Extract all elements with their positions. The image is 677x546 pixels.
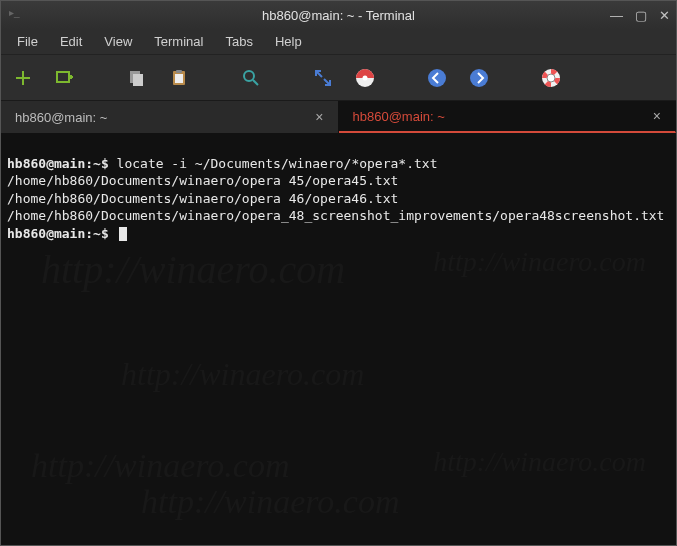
output-line: /home/hb860/Documents/winaero/opera_48_s… xyxy=(7,208,664,223)
forward-button[interactable] xyxy=(467,66,491,90)
arrow-left-icon xyxy=(427,68,447,88)
maximize-button[interactable]: ▢ xyxy=(635,9,647,22)
fullscreen-button[interactable] xyxy=(311,66,335,90)
menu-view[interactable]: View xyxy=(94,31,142,52)
terminal-tab-2[interactable]: hb860@main: ~ × xyxy=(339,101,677,133)
copy-button[interactable] xyxy=(125,66,149,90)
terminal-viewport[interactable]: hb860@main:~$ locate -i ~/Documents/wina… xyxy=(1,133,676,545)
arrow-right-icon xyxy=(469,68,489,88)
menu-help[interactable]: Help xyxy=(265,31,312,52)
preferences-button[interactable] xyxy=(353,66,377,90)
tab-close-button[interactable]: × xyxy=(653,108,661,124)
svg-rect-0 xyxy=(57,72,69,82)
back-button[interactable] xyxy=(425,66,449,90)
svg-rect-5 xyxy=(176,70,182,73)
menu-terminal[interactable]: Terminal xyxy=(144,31,213,52)
menu-edit[interactable]: Edit xyxy=(50,31,92,52)
svg-rect-4 xyxy=(175,74,183,83)
cursor xyxy=(119,227,127,241)
output-line: /home/hb860/Documents/winaero/opera 46/o… xyxy=(7,191,398,206)
terminal-tab-1[interactable]: hb860@main: ~ × xyxy=(1,101,339,133)
svg-point-6 xyxy=(244,71,254,81)
tab-close-button[interactable]: × xyxy=(315,109,323,125)
svg-point-10 xyxy=(470,69,488,87)
copy-icon xyxy=(128,69,146,87)
prompt: hb860@main:~$ xyxy=(7,156,109,171)
window-plus-icon xyxy=(56,69,74,87)
menubar: File Edit View Terminal Tabs Help xyxy=(1,29,676,55)
tab-label: hb860@main: ~ xyxy=(15,110,107,125)
watermark: http://winaero.com xyxy=(141,479,399,525)
help-button[interactable] xyxy=(539,66,563,90)
watermark: http://winaero.com xyxy=(41,243,345,297)
fullscreen-icon xyxy=(314,69,332,87)
menu-tabs[interactable]: Tabs xyxy=(215,31,262,52)
new-window-button[interactable] xyxy=(53,66,77,90)
minimize-button[interactable]: — xyxy=(610,9,623,22)
command-text: locate -i ~/Documents/winaero/*opera*.tx… xyxy=(117,156,438,171)
svg-point-12 xyxy=(547,74,555,82)
search-icon xyxy=(242,69,260,87)
lifebuoy-icon xyxy=(541,68,561,88)
toggle-icon xyxy=(355,68,375,88)
menu-file[interactable]: File xyxy=(7,31,48,52)
watermark: http://winaero.com xyxy=(433,243,646,281)
titlebar[interactable]: hb860@main: ~ - Terminal — ▢ ✕ xyxy=(1,1,676,29)
toolbar xyxy=(1,55,676,101)
watermark: http://winaero.com xyxy=(433,443,646,481)
tabbar: hb860@main: ~ × hb860@main: ~ × xyxy=(1,101,676,133)
svg-point-8 xyxy=(363,75,368,80)
window-title: hb860@main: ~ - Terminal xyxy=(262,8,415,23)
paste-icon xyxy=(170,69,188,87)
terminal-window: hb860@main: ~ - Terminal — ▢ ✕ File Edit… xyxy=(0,0,677,546)
plus-icon xyxy=(14,69,32,87)
tab-label: hb860@main: ~ xyxy=(353,109,445,124)
svg-rect-2 xyxy=(133,74,143,86)
paste-button[interactable] xyxy=(167,66,191,90)
new-tab-button[interactable] xyxy=(11,66,35,90)
svg-point-9 xyxy=(428,69,446,87)
watermark: http://winaero.com xyxy=(31,443,289,489)
prompt: hb860@main:~$ xyxy=(7,226,109,241)
output-line: /home/hb860/Documents/winaero/opera 45/o… xyxy=(7,173,398,188)
search-button[interactable] xyxy=(239,66,263,90)
watermark: http://winaero.com xyxy=(121,353,364,396)
terminal-app-icon xyxy=(7,7,23,23)
window-controls: — ▢ ✕ xyxy=(610,9,670,22)
close-button[interactable]: ✕ xyxy=(659,9,670,22)
